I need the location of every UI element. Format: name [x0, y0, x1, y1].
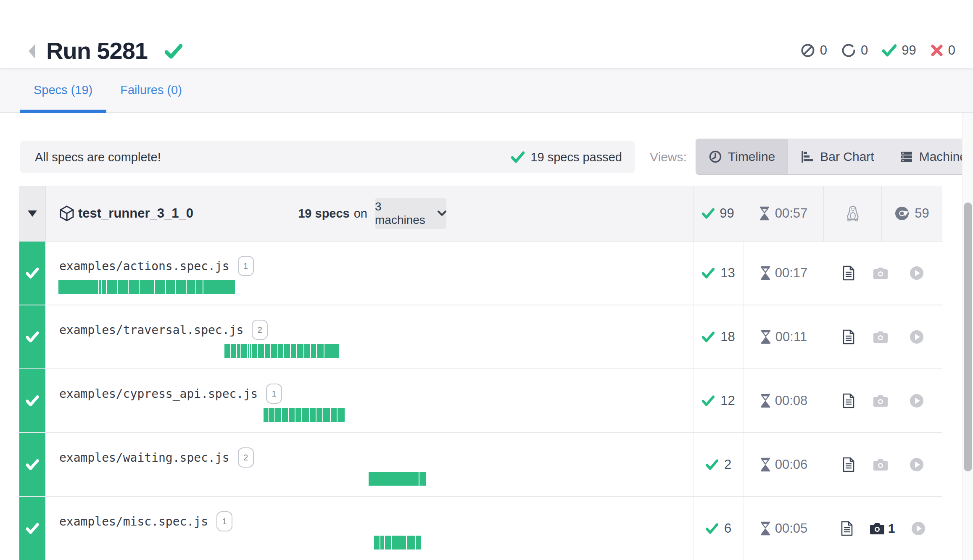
- timeline-test-segment: [155, 280, 165, 294]
- timeline-test-segment: [203, 280, 235, 294]
- tab-failures[interactable]: Failures (0): [106, 68, 196, 112]
- spec-main: examples/waiting.spec.js 2: [45, 433, 693, 496]
- screenshots-button[interactable]: 1: [870, 521, 895, 536]
- spec-machine-badge: 1: [216, 511, 232, 531]
- spec-passed-count: 6: [724, 521, 731, 536]
- group-browser-version: 59: [915, 206, 929, 221]
- stdout-button[interactable]: [842, 266, 855, 281]
- timeline-test-segment: [252, 344, 257, 358]
- stdout-button[interactable]: [842, 457, 855, 472]
- video-button[interactable]: [910, 330, 924, 344]
- check-icon: [26, 523, 39, 534]
- spec-passed-count: 18: [720, 329, 735, 344]
- timeline-test-segment: [248, 344, 249, 358]
- video-button[interactable]: [910, 457, 924, 472]
- spec-duration: 00:08: [775, 393, 808, 408]
- view-button-bar-chart[interactable]: Bar Chart: [788, 139, 887, 174]
- stat-pending: 0: [841, 43, 868, 58]
- spec-main: examples/actions.spec.js 1: [45, 242, 693, 305]
- timeline-test-segment: [392, 536, 406, 549]
- spec-row: examples/misc.spec.js 1 6 00:05: [19, 497, 942, 560]
- spec-main: examples/misc.spec.js 1: [45, 497, 693, 560]
- tab-failures-label: Failures (0): [120, 83, 182, 97]
- spec-status-passed: [19, 433, 45, 496]
- package-cube-icon: [60, 205, 74, 221]
- back-button[interactable]: [24, 40, 39, 62]
- view-button-machines[interactable]: Machines: [887, 139, 973, 174]
- play-video-icon: [910, 394, 924, 408]
- video-button[interactable]: [910, 266, 924, 280]
- screenshots-button[interactable]: [873, 458, 891, 471]
- timeline-test-segment: [282, 408, 288, 422]
- run-stats: 0 0 99 0: [801, 43, 955, 58]
- spec-status-passed: [19, 369, 45, 432]
- passed-count: 99: [902, 43, 916, 58]
- timeline-test-segment: [231, 344, 236, 358]
- timeline-test-segment: [224, 344, 230, 358]
- group-os-cell: [823, 186, 881, 241]
- active-tab-underline: [20, 110, 106, 113]
- page-title: Run 5281: [46, 37, 148, 64]
- scrollbar-thumb[interactable]: [964, 202, 972, 471]
- video-button[interactable]: [911, 521, 926, 536]
- timeline-test-segment: [166, 280, 175, 294]
- group-main: test_runner_3_1_0 19 specs on 3 machines: [46, 186, 693, 241]
- spec-machine-badge: 2: [238, 447, 254, 468]
- scrollbar-track[interactable]: [962, 68, 973, 560]
- stdout-button[interactable]: [842, 329, 855, 344]
- views-label: Views:: [650, 141, 687, 173]
- machine-group-header: test_runner_3_1_0 19 specs on 3 machines: [19, 186, 942, 242]
- timeline-test-segment: [196, 280, 203, 294]
- stdout-doc-icon: [842, 457, 855, 472]
- timeline-test-segment: [269, 408, 274, 422]
- play-video-icon: [910, 266, 924, 280]
- collapse-triangle-icon: [28, 210, 37, 217]
- failed-count: 0: [948, 43, 955, 58]
- screenshots-button[interactable]: [873, 331, 891, 343]
- timeline-test-segment: [275, 408, 281, 422]
- stdout-button[interactable]: [841, 521, 853, 536]
- timeline-test-segment: [302, 408, 309, 422]
- stdout-doc-icon: [842, 329, 855, 344]
- timeline-test-segment: [374, 536, 380, 549]
- check-icon: [511, 151, 525, 163]
- timeline-test-segment: [258, 344, 264, 358]
- check-icon: [706, 523, 718, 534]
- timeline-test-segment: [284, 344, 290, 358]
- timeline-test-segment: [323, 408, 330, 422]
- stdout-button[interactable]: [842, 393, 855, 408]
- screenshots-button[interactable]: [873, 394, 891, 407]
- spec-passed-count: 12: [720, 393, 735, 408]
- group-specs-count: 19 specs: [298, 207, 350, 221]
- video-button[interactable]: [910, 394, 924, 408]
- timeline-test-segment: [316, 408, 322, 422]
- stdout-doc-icon: [842, 266, 855, 281]
- timeline-test-segment: [264, 408, 268, 422]
- spec-duration-cell: 00:17: [743, 242, 824, 305]
- run-passed-check-icon: [165, 44, 182, 59]
- chrome-icon: [894, 206, 910, 221]
- check-icon: [26, 331, 39, 342]
- timeline-test-segment: [331, 408, 337, 422]
- tab-specs[interactable]: Specs (19): [20, 68, 106, 112]
- timeline-test-segment: [176, 280, 186, 294]
- check-icon: [706, 459, 718, 470]
- spec-table: test_runner_3_1_0 19 specs on 3 machines: [19, 186, 942, 560]
- spec-status-passed: [19, 497, 45, 560]
- timeline-test-segment: [324, 344, 339, 358]
- group-expander[interactable]: [19, 186, 46, 241]
- timeline-test-segment: [311, 344, 316, 358]
- machines-dropdown[interactable]: 3 machines: [375, 198, 446, 229]
- check-icon: [26, 395, 39, 406]
- check-icon: [26, 459, 39, 470]
- screenshots-button[interactable]: [873, 267, 891, 279]
- spec-row: examples/traversal.spec.js 2 18 00:11: [19, 305, 942, 369]
- camera-icon: [873, 267, 888, 279]
- spec-duration: 00:17: [775, 266, 808, 281]
- timeline-test-segment: [295, 408, 301, 422]
- view-button-timeline[interactable]: Timeline: [696, 139, 788, 174]
- hourglass-icon: [760, 521, 771, 536]
- spec-timeline-bar: [264, 408, 345, 422]
- spec-passed-cell: 18: [693, 305, 743, 368]
- completion-banner: All specs are complete! 19 specs passed: [20, 141, 635, 173]
